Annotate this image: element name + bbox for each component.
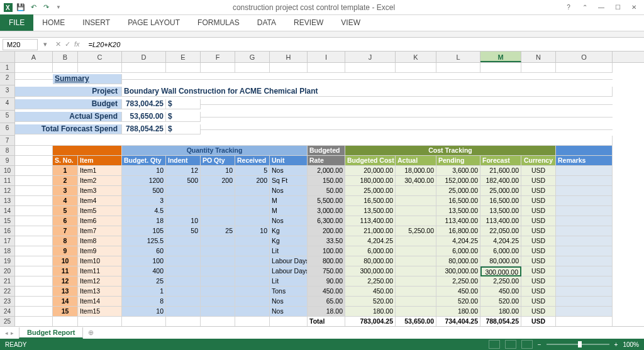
cell-currency[interactable]: USD <box>521 186 556 196</box>
col-header[interactable]: K <box>396 52 436 62</box>
cell-actual[interactable] <box>396 287 436 297</box>
cell-indent[interactable]: 10 <box>166 216 201 226</box>
cell-poqty[interactable] <box>201 297 235 307</box>
cell-indent[interactable] <box>166 276 201 287</box>
cell-recv[interactable] <box>235 196 270 206</box>
col-header[interactable]: A <box>15 52 53 62</box>
cell-unit[interactable]: Lit <box>270 246 308 256</box>
cell-actual[interactable] <box>396 186 436 196</box>
cell-poqty[interactable] <box>201 196 235 206</box>
cell-item[interactable]: Item8 <box>78 236 122 246</box>
cell-rate[interactable]: 100.00 <box>308 246 345 256</box>
cell-poqty[interactable] <box>201 276 235 287</box>
cell-unit[interactable]: Sq Ft <box>270 176 308 186</box>
undo-icon[interactable]: ↶ <box>29 3 38 12</box>
cell-currency[interactable]: USD <box>521 166 556 176</box>
cell-bcost[interactable]: 16,500.00 <box>345 196 396 206</box>
cell-pending[interactable]: 80,000.00 <box>436 256 480 266</box>
row-header[interactable]: 5 <box>0 111 15 123</box>
col-header[interactable]: I <box>308 52 345 62</box>
cell-currency[interactable]: USD <box>521 216 556 226</box>
row-header[interactable]: 14 <box>0 206 15 216</box>
col-header[interactable]: L <box>436 52 480 62</box>
cell-remarks[interactable] <box>556 176 613 186</box>
cell-indent[interactable]: 12 <box>166 166 201 176</box>
cell-poqty[interactable] <box>201 216 235 226</box>
cell-sno[interactable]: 12 <box>53 276 78 287</box>
row-header[interactable]: 9 <box>0 156 15 166</box>
cell-item[interactable]: Item9 <box>78 246 122 256</box>
cell-remarks[interactable] <box>556 297 613 307</box>
cell-item[interactable]: Item12 <box>78 276 122 287</box>
cell-actual[interactable] <box>396 297 436 307</box>
cell-bqty[interactable]: 4.5 <box>122 206 166 216</box>
cell-currency[interactable]: USD <box>521 297 556 307</box>
cell-recv[interactable] <box>235 216 270 226</box>
cell-rate[interactable]: 18.00 <box>308 307 345 317</box>
row-header[interactable]: 15 <box>0 216 15 226</box>
cell-recv[interactable]: 5 <box>235 166 270 176</box>
cell-unit[interactable]: Labour Days <box>270 266 308 276</box>
col-header[interactable]: M <box>480 52 521 62</box>
cell-bqty[interactable]: 10 <box>122 307 166 317</box>
cell-item[interactable]: Item4 <box>78 196 122 206</box>
cell-item[interactable]: Item13 <box>78 287 122 297</box>
row-header[interactable]: 24 <box>0 307 15 317</box>
cell-sno[interactable]: 5 <box>53 206 78 216</box>
col-header[interactable]: N <box>521 52 556 62</box>
cell-indent[interactable] <box>166 196 201 206</box>
fx-cancel-icon[interactable]: ✕ <box>55 40 61 48</box>
select-all-corner[interactable] <box>0 52 15 62</box>
cell-remarks[interactable] <box>556 166 613 176</box>
cell-recv[interactable] <box>235 206 270 216</box>
zoom-slider[interactable] <box>547 344 609 345</box>
cell-rate[interactable]: 50.00 <box>308 186 345 196</box>
col-header[interactable]: F <box>201 52 235 62</box>
cell-unit[interactable]: Lit <box>270 276 308 287</box>
cell-pending[interactable]: 13,500.00 <box>436 206 480 216</box>
cell-rate[interactable]: 3,000.00 <box>308 206 345 216</box>
cell-remarks[interactable] <box>556 307 613 317</box>
cell-currency[interactable]: USD <box>521 256 556 266</box>
cell-pending[interactable]: 4,204.25 <box>436 236 480 246</box>
cell-forecast[interactable]: 520.00 <box>480 297 521 307</box>
cell-rate[interactable]: 33.50 <box>308 236 345 246</box>
save-icon[interactable]: 💾 <box>16 3 25 12</box>
cell-unit[interactable]: Nos <box>270 307 308 317</box>
add-sheet-icon[interactable]: ⊕ <box>83 329 99 337</box>
cell-currency[interactable]: USD <box>521 206 556 216</box>
row-header[interactable]: 12 <box>0 186 15 196</box>
cell-pending[interactable]: 25,000.00 <box>436 186 480 196</box>
cell-sno[interactable]: 15 <box>53 307 78 317</box>
cell-indent[interactable] <box>166 256 201 266</box>
cell-unit[interactable]: Tons <box>270 287 308 297</box>
cell-bqty[interactable]: 25 <box>122 276 166 287</box>
cell-sno[interactable]: 6 <box>53 216 78 226</box>
row-header[interactable]: 13 <box>0 196 15 206</box>
name-box-dropdown-icon[interactable]: ▾ <box>40 40 50 48</box>
ribbon-collapse-icon[interactable]: ⌃ <box>577 2 592 13</box>
cell-currency[interactable]: USD <box>521 266 556 276</box>
cell-pending[interactable]: 16,800.00 <box>436 226 480 236</box>
cell-recv[interactable]: 200 <box>235 176 270 186</box>
cell-item[interactable]: Item11 <box>78 266 122 276</box>
cell-unit[interactable]: Nos <box>270 297 308 307</box>
cell-forecast[interactable]: 113,400.00 <box>480 216 521 226</box>
cell-currency[interactable]: USD <box>521 287 556 297</box>
cell-bqty[interactable]: 105 <box>122 226 166 236</box>
sheet-nav-last-icon[interactable]: ▸ <box>11 330 14 336</box>
cell-item[interactable]: Item3 <box>78 186 122 196</box>
cell-poqty[interactable] <box>201 266 235 276</box>
cell-currency[interactable]: USD <box>521 196 556 206</box>
row-header[interactable]: 10 <box>0 166 15 176</box>
cell-bcost[interactable]: 180,000.00 <box>345 176 396 186</box>
cell-pending[interactable]: 180.00 <box>436 307 480 317</box>
redo-icon[interactable]: ↷ <box>42 3 50 12</box>
row-header[interactable]: 11 <box>0 176 15 186</box>
cell-remarks[interactable] <box>556 287 613 297</box>
cell-forecast[interactable]: 450.00 <box>480 287 521 297</box>
cell-unit[interactable]: Labour Days <box>270 256 308 266</box>
cell-actual[interactable] <box>396 196 436 206</box>
col-header[interactable]: E <box>166 52 201 62</box>
cell-remarks[interactable] <box>556 266 613 276</box>
